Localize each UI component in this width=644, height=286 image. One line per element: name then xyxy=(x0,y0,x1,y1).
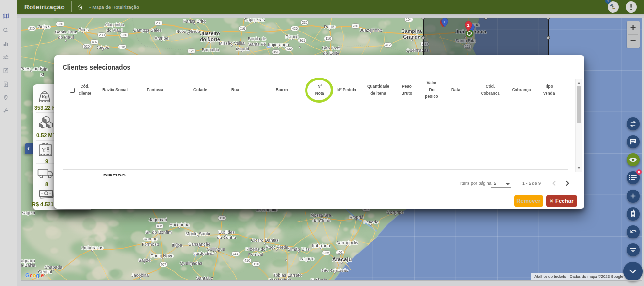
svg-text:Santaluz: Santaluz xyxy=(196,276,213,280)
svg-text:Santa Fé: Santa Fé xyxy=(248,42,266,47)
svg-text:Sin: Sin xyxy=(41,67,47,72)
svg-text:Ponto Novo: Ponto Novo xyxy=(150,254,173,258)
svg-text:101: 101 xyxy=(337,251,343,254)
svg-text:Juazeirinho: Juazeirinho xyxy=(360,28,382,32)
svg-text:316: 316 xyxy=(119,45,125,48)
svg-text:Alagoinha: Alagoinha xyxy=(105,22,124,27)
svg-text:Cicero Dantas: Cicero Dantas xyxy=(251,238,279,243)
svg-text:Poço Verde: Poço Verde xyxy=(266,245,289,250)
svg-text:020: 020 xyxy=(84,45,90,48)
svg-text:Bonito de: Bonito de xyxy=(248,36,266,41)
svg-text:Campos Sales: Campos Sales xyxy=(133,28,162,32)
svg-text:Nova Olinda: Nova Olinda xyxy=(176,29,200,34)
svg-text:Aracaju: Aracaju xyxy=(332,256,352,262)
svg-text:230: 230 xyxy=(353,24,358,28)
svg-text:Ribeira do: Ribeira do xyxy=(245,247,265,252)
svg-text:116: 116 xyxy=(219,216,225,220)
svg-text:Campo: Campo xyxy=(143,237,157,241)
svg-text:Itiúba: Itiúba xyxy=(172,243,182,248)
svg-text:Jaguarari: Jaguarari xyxy=(149,217,167,222)
svg-text:Coruripe: Coruripe xyxy=(387,210,404,215)
svg-text:104: 104 xyxy=(406,18,412,21)
svg-text:do Piauí: do Piauí xyxy=(106,28,123,32)
svg-text:Jacobina: Jacobina xyxy=(131,273,149,278)
svg-text:Chapada: Chapada xyxy=(45,265,63,270)
svg-text:Penedo: Penedo xyxy=(363,220,378,224)
svg-text:Queimadas: Queimadas xyxy=(180,261,203,266)
svg-text:Itaporanga: Itaporanga xyxy=(268,42,289,47)
svg-text:410: 410 xyxy=(244,259,250,262)
svg-text:Juazeiro: Juazeiro xyxy=(200,31,220,36)
svg-text:230: 230 xyxy=(99,33,105,37)
svg-text:Cansanção: Cansanção xyxy=(188,242,210,247)
svg-text:Lagarto: Lagarto xyxy=(300,256,315,261)
svg-text:230: 230 xyxy=(302,21,307,24)
svg-text:Pombal: Pombal xyxy=(248,252,263,257)
svg-text:Campina: Campina xyxy=(402,29,422,34)
svg-text:361: 361 xyxy=(273,50,279,54)
svg-text:407: 407 xyxy=(92,40,97,44)
svg-text:426: 426 xyxy=(292,27,298,30)
svg-text:Oeiras: Oeiras xyxy=(38,24,51,29)
svg-text:da Cunha: da Cunha xyxy=(217,235,236,240)
svg-text:412: 412 xyxy=(385,43,391,47)
svg-text:230: 230 xyxy=(121,33,127,37)
svg-text:Patos: Patos xyxy=(324,24,336,29)
svg-text:do Norte: do Norte xyxy=(200,37,220,42)
svg-text:Formoso: Formoso xyxy=(142,242,159,247)
svg-text:Monte Santo: Monte Santo xyxy=(185,231,210,236)
svg-text:Santa Cruz: Santa Cruz xyxy=(55,30,77,34)
svg-text:Euclides: Euclides xyxy=(218,230,235,235)
svg-text:110: 110 xyxy=(325,37,331,40)
svg-text:Grande: Grande xyxy=(403,34,420,40)
svg-text:Tobias Barreto: Tobias Barreto xyxy=(274,273,302,278)
svg-text:Missão Velha: Missão Velha xyxy=(219,41,245,46)
svg-text:Mauriti: Mauriti xyxy=(236,47,249,51)
svg-text:do Piauí: do Piauí xyxy=(58,35,74,40)
svg-text:M: M xyxy=(40,72,44,77)
svg-text:Simão Dias: Simão Dias xyxy=(288,247,310,252)
svg-text:Nossa Sra.: Nossa Sra. xyxy=(311,213,333,218)
svg-text:Cajazeiras: Cajazeiras xyxy=(244,18,265,22)
svg-text:Farias Brito: Farias Brito xyxy=(183,19,206,24)
svg-text:116: 116 xyxy=(233,252,238,255)
svg-text:230: 230 xyxy=(57,22,63,26)
svg-text:Araripe: Araripe xyxy=(154,36,168,41)
svg-text:Nordestina: Nordestina xyxy=(193,251,214,256)
svg-text:Barbalha: Barbalha xyxy=(202,48,219,52)
svg-text:Carmópolis: Carmópolis xyxy=(336,240,358,245)
svg-text:Propriá: Propriá xyxy=(349,215,363,220)
svg-text:Jaicós: Jaicós xyxy=(97,45,109,50)
svg-text:230: 230 xyxy=(156,21,161,25)
svg-text:a Bahia: a Bahia xyxy=(21,263,35,268)
svg-text:Picos: Picos xyxy=(78,27,89,32)
svg-text:426: 426 xyxy=(286,47,292,50)
svg-text:sagem: sagem xyxy=(22,210,35,215)
svg-text:Piancó: Piancó xyxy=(285,34,299,39)
svg-text:Sr. do Bonfim: Sr. do Bonfim xyxy=(145,230,172,235)
svg-text:1: 1 xyxy=(444,20,446,24)
svg-text:da Glória: da Glória xyxy=(313,218,331,223)
svg-text:1: 1 xyxy=(467,23,469,28)
svg-text:Andorinha: Andorinha xyxy=(169,222,189,227)
svg-text:407: 407 xyxy=(157,224,162,228)
svg-text:Itabaiana: Itabaiana xyxy=(312,243,330,248)
svg-text:407: 407 xyxy=(161,263,166,266)
svg-text:Umburanas: Umburanas xyxy=(81,245,104,250)
svg-text:122: 122 xyxy=(189,49,194,53)
svg-text:110: 110 xyxy=(253,262,258,266)
svg-text:230: 230 xyxy=(29,27,35,30)
svg-text:361: 361 xyxy=(299,39,305,42)
svg-text:116: 116 xyxy=(240,27,245,30)
svg-text:Kg: Kg xyxy=(42,95,47,99)
svg-text:Saúde: Saúde xyxy=(138,258,151,263)
svg-text:São Cristóvão: São Cristóvão xyxy=(321,268,349,273)
svg-text:235: 235 xyxy=(323,251,329,254)
svg-text:São José: São José xyxy=(322,46,340,50)
